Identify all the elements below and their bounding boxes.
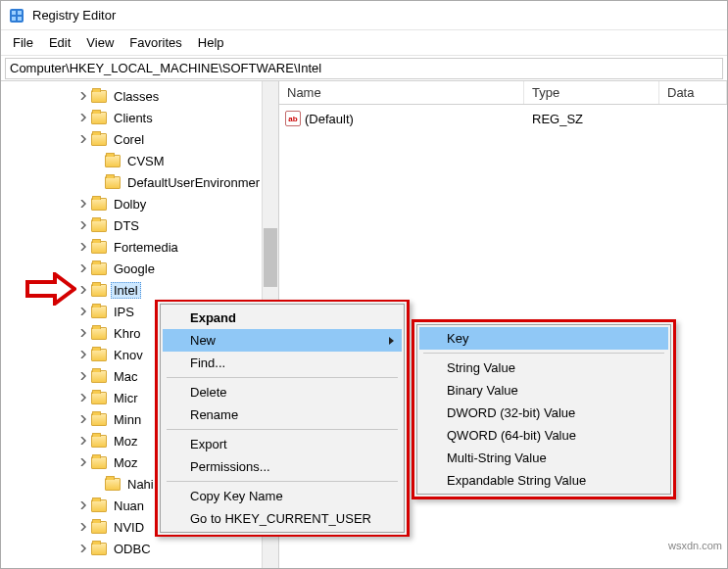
chevron-right-icon[interactable] bbox=[77, 413, 89, 425]
menu-file[interactable]: File bbox=[5, 32, 41, 53]
tree-item-label: Classes bbox=[111, 88, 162, 105]
svg-rect-1 bbox=[12, 11, 16, 15]
tree-item[interactable]: Classes bbox=[1, 85, 278, 107]
tree-item[interactable]: DTS bbox=[1, 214, 278, 236]
folder-icon bbox=[91, 392, 107, 404]
sub-qword[interactable]: QWORD (64-bit) Value bbox=[419, 424, 668, 447]
svg-rect-4 bbox=[18, 17, 22, 21]
menubar: File Edit View Favorites Help bbox=[1, 30, 727, 56]
chevron-right-icon[interactable] bbox=[77, 219, 89, 231]
tree-item-label: Dolby bbox=[111, 196, 149, 213]
chevron-right-icon[interactable] bbox=[77, 133, 89, 145]
folder-icon bbox=[91, 521, 107, 534]
ctx-expand[interactable]: Expand bbox=[163, 307, 402, 329]
folder-icon bbox=[91, 262, 107, 275]
sub-multistring[interactable]: Multi-String Value bbox=[419, 447, 668, 469]
chevron-right-icon[interactable] bbox=[77, 521, 89, 533]
tree-item[interactable]: Fortemedia bbox=[1, 236, 278, 258]
chevron-right-icon[interactable] bbox=[77, 306, 89, 317]
list-row[interactable]: ab (Default) REG_SZ bbox=[279, 109, 727, 128]
ctx-separator bbox=[167, 377, 398, 378]
ctx-separator bbox=[167, 481, 398, 482]
tree-item[interactable]: Corel bbox=[1, 128, 278, 150]
ctx-new[interactable]: New bbox=[163, 329, 402, 352]
tree-item[interactable]: ODBC bbox=[1, 538, 278, 559]
tree-item-label: Minn bbox=[111, 411, 144, 428]
submenu-arrow-icon bbox=[389, 337, 394, 345]
chevron-right-icon[interactable] bbox=[77, 370, 89, 382]
ctx-rename[interactable]: Rename bbox=[163, 403, 402, 426]
value-name-cell: ab (Default) bbox=[279, 111, 524, 126]
tree-item-label: Khro bbox=[111, 325, 143, 342]
tree-item[interactable]: Dolby bbox=[1, 193, 278, 214]
tree-item[interactable]: ·CVSM bbox=[1, 150, 278, 171]
chevron-right-icon[interactable] bbox=[77, 543, 89, 554]
string-value-icon: ab bbox=[285, 111, 301, 126]
folder-icon bbox=[91, 413, 107, 426]
chevron-right-icon[interactable] bbox=[77, 262, 89, 274]
window-title: Registry Editor bbox=[32, 8, 116, 23]
tree-item-label: ODBC bbox=[111, 541, 154, 557]
tree-item-label: Moz bbox=[111, 454, 141, 471]
sub-binary[interactable]: Binary Value bbox=[419, 379, 668, 402]
chevron-right-icon[interactable] bbox=[77, 112, 89, 123]
tree-item-label: CVSM bbox=[124, 153, 168, 169]
chevron-right-icon[interactable] bbox=[77, 90, 89, 102]
menu-favorites[interactable]: Favorites bbox=[121, 32, 189, 53]
menu-view[interactable]: View bbox=[78, 32, 121, 53]
scrollbar-thumb[interactable] bbox=[264, 228, 277, 287]
sub-key[interactable]: Key bbox=[419, 327, 668, 350]
folder-icon bbox=[91, 90, 107, 103]
folder-icon bbox=[91, 327, 107, 340]
chevron-right-icon[interactable] bbox=[77, 499, 89, 511]
watermark: wsxdn.com bbox=[668, 540, 722, 551]
ctx-new-label: New bbox=[190, 333, 216, 348]
ctx-export[interactable]: Export bbox=[163, 433, 402, 455]
folder-icon bbox=[91, 349, 107, 361]
tree-item-label: Moz bbox=[111, 433, 141, 450]
ctx-copy-key-name[interactable]: Copy Key Name bbox=[163, 485, 402, 507]
col-type[interactable]: Type bbox=[524, 81, 659, 104]
chevron-right-icon[interactable] bbox=[77, 349, 89, 360]
tree-item-label: Fortemedia bbox=[111, 239, 181, 256]
tree-item[interactable]: ·DefaultUserEnvironmer bbox=[1, 171, 278, 193]
context-submenu-new: Key String Value Binary Value DWORD (32-… bbox=[412, 319, 676, 499]
folder-icon bbox=[105, 155, 121, 167]
col-name[interactable]: Name bbox=[279, 81, 524, 104]
tree-item-label: Mac bbox=[111, 368, 141, 385]
folder-icon bbox=[91, 543, 107, 555]
col-data[interactable]: Data bbox=[659, 81, 727, 104]
menu-edit[interactable]: Edit bbox=[41, 32, 78, 53]
ctx-find[interactable]: Find... bbox=[163, 352, 402, 374]
chevron-right-icon[interactable] bbox=[77, 392, 89, 403]
ctx-permissions[interactable]: Permissions... bbox=[163, 455, 402, 478]
tree-item-label: Nahi bbox=[124, 476, 157, 493]
tree-item-label: IPS bbox=[111, 304, 137, 320]
tree-item-label: Knov bbox=[111, 347, 146, 363]
chevron-right-icon[interactable] bbox=[77, 327, 89, 339]
chevron-right-icon[interactable] bbox=[77, 198, 89, 210]
folder-icon bbox=[91, 241, 107, 254]
sub-string[interactable]: String Value bbox=[419, 356, 668, 379]
regedit-icon bbox=[9, 8, 24, 24]
tree-item-label: DTS bbox=[111, 217, 142, 234]
tree-item-label: Google bbox=[111, 261, 158, 277]
address-bar bbox=[1, 56, 727, 81]
sub-dword[interactable]: DWORD (32-bit) Value bbox=[419, 402, 668, 424]
folder-icon bbox=[91, 456, 107, 469]
chevron-right-icon[interactable] bbox=[77, 241, 89, 253]
chevron-right-icon[interactable] bbox=[77, 284, 89, 296]
tree-item[interactable]: Clients bbox=[1, 107, 278, 128]
chevron-right-icon[interactable] bbox=[77, 435, 89, 447]
folder-icon bbox=[91, 306, 107, 318]
value-name: (Default) bbox=[305, 112, 354, 126]
ctx-delete[interactable]: Delete bbox=[163, 381, 402, 403]
sub-expandstring[interactable]: Expandable String Value bbox=[419, 469, 668, 492]
context-menu: Expand New Find... Delete Rename Export … bbox=[155, 300, 410, 537]
list-header: Name Type Data bbox=[279, 81, 727, 105]
menu-help[interactable]: Help bbox=[190, 32, 232, 53]
chevron-right-icon[interactable] bbox=[77, 456, 89, 468]
ctx-goto-hkcu[interactable]: Go to HKEY_CURRENT_USER bbox=[163, 507, 402, 530]
callout-arrow-icon bbox=[25, 272, 76, 306]
address-input[interactable] bbox=[5, 58, 723, 79]
